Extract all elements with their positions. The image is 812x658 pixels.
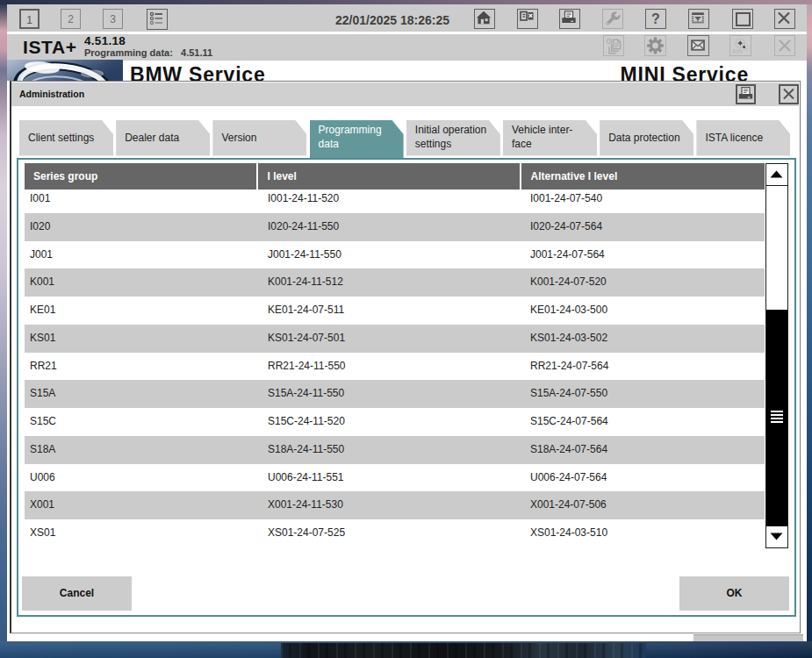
svg-text:AIR: AIR xyxy=(732,48,743,54)
